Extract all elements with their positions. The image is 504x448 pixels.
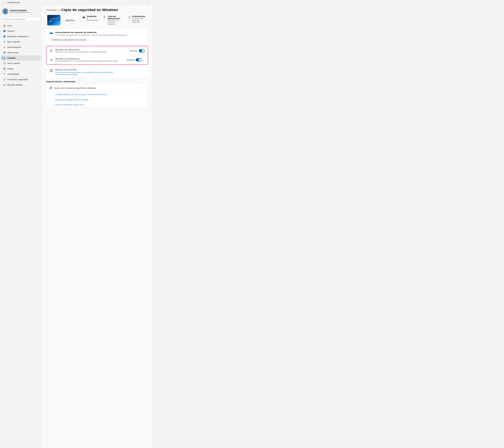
- apps-icon: [3, 51, 6, 54]
- maximize-button[interactable]: □: [138, 0, 144, 5]
- profile-avatar-image: [47, 15, 60, 25]
- toggle-prefs-switch[interactable]: [136, 58, 142, 61]
- profile-avatar: [47, 15, 60, 25]
- sidebar-item-accesibilidad[interactable]: Accesibilidad: [1, 71, 41, 77]
- sidebar-item-hora[interactable]: Hora e idioma: [1, 61, 41, 66]
- globe-icon: [50, 86, 53, 90]
- sidebar-item-sistema[interactable]: Sistema: [1, 29, 41, 34]
- profile-section: juanma OneDrive Sincronizando: [46, 15, 148, 25]
- sidebar-item-red[interactable]: Red e Internet: [1, 39, 41, 44]
- svg-point-31: [51, 86, 52, 89]
- privacy-link-acerca[interactable]: Acerca de esta configuración y tu privac…: [55, 71, 93, 73]
- profile-status-items: OneDrive Sincronizando: [82, 15, 147, 25]
- sidebar-item-juegos[interactable]: Juegos: [1, 66, 41, 71]
- support-header-left: Ayuda con la copia de seguridad en Windo…: [50, 86, 96, 90]
- lista-apps-title: Lista de aplicaciones: [108, 15, 123, 19]
- sidebar-item-bluetooth[interactable]: B Bluetooth y dispositivos: [1, 34, 41, 39]
- svg-rect-26: [50, 50, 52, 51]
- svg-rect-0: [3, 30, 5, 32]
- bluetooth-icon: B: [3, 35, 6, 38]
- privacy-card: Recursos de privacidad Acerca de esta co…: [46, 66, 148, 78]
- sidebar-item-aplicaciones[interactable]: Aplicaciones: [1, 50, 41, 55]
- support-link-copia[interactable]: Copia de seguridad y restauración: [46, 102, 148, 107]
- prefs-gear-icon: [50, 58, 53, 62]
- support-header-title: Ayuda con la copia de seguridad en Windo…: [54, 87, 96, 89]
- svg-point-18: [4, 73, 5, 74]
- support-links: Corregir problemas de sincronización de …: [46, 92, 148, 107]
- toggle-apps-label: Activado: [130, 50, 137, 52]
- privacy-link-declaracion[interactable]: Declaración de privacidad: [55, 73, 78, 75]
- system-icon: [3, 30, 6, 32]
- user-info: Juanma Delgado juanmatek@outlook.com: [10, 9, 30, 13]
- status-dot-green: [87, 18, 88, 19]
- user-section: 👤 Juanma Delgado juanmatek@outlook.com: [0, 7, 42, 17]
- sidebar-item-label: Bluetooth y dispositivos: [7, 35, 29, 37]
- preferencias-title: Preferencias: [132, 15, 147, 17]
- cloud-icon: [50, 32, 53, 35]
- svg-rect-8: [3, 53, 4, 53]
- sidebar-item-cuentas[interactable]: Cuentas: [1, 55, 41, 61]
- toggle-prefs-content: Recordar mis preferencias Acceda rápidam…: [55, 58, 125, 62]
- search-box[interactable]: 🔍: [1, 17, 40, 21]
- gaming-icon: [3, 68, 6, 70]
- avatar: 👤: [2, 8, 8, 15]
- support-link-favoritos[interactable]: Sincronizar favoritos de Microsoft Edge: [46, 97, 148, 102]
- svg-rect-7: [5, 52, 5, 52]
- status-onedrive: OneDrive Sincronizando: [82, 15, 98, 25]
- sidebar-item-label: Sistema: [7, 30, 15, 32]
- toggle-apps-desc: Obtener acceso rápido a sus aplicaciones…: [55, 51, 128, 53]
- status-onedrive-text: OneDrive Sincronizando: [87, 15, 98, 21]
- search-icon: 🔍: [3, 18, 5, 20]
- sidebar-item-personalizacion[interactable]: Personalización: [1, 45, 41, 50]
- accessibility-icon: [3, 73, 6, 75]
- svg-rect-25: [50, 50, 53, 50]
- toggle-apps-switch[interactable]: [139, 49, 145, 52]
- support-section-title: Soporte técnico relacionado: [46, 81, 148, 83]
- avatar-icon: 👤: [3, 9, 8, 14]
- lista-apps-subtitle: Se hizo una copia de seguridad: [108, 19, 123, 25]
- toggle-prefs-label: Activado: [127, 59, 134, 61]
- sidebar-item-inicio[interactable]: 🏠 Inicio: [1, 23, 41, 28]
- privacy-title: Recursos de privacidad: [55, 69, 113, 71]
- chevron-down-icon[interactable]: ⌄: [143, 59, 145, 61]
- list-icon: [103, 16, 106, 19]
- minimize-button[interactable]: —: [131, 0, 137, 5]
- support-header[interactable]: Ayuda con la copia de seguridad en Windo…: [46, 84, 148, 92]
- status-lista-apps: Lista de aplicaciones Se hizo una copia …: [103, 15, 123, 25]
- onedrive-subtitle: Sincronizando: [87, 17, 98, 21]
- privacy-separator-1: |: [94, 71, 95, 73]
- svg-text:B: B: [4, 36, 5, 37]
- privacy-link-panel[interactable]: Panel de privacidad: [95, 71, 112, 73]
- folder-icon: [82, 16, 86, 19]
- sidebar-item-windows-update[interactable]: Windows Update: [1, 82, 41, 87]
- toggle-prefs-desc: Acceda rápidamente a sus preferencias en…: [55, 60, 125, 62]
- status-lista-apps-text: Lista de aplicaciones Se hizo una copia …: [108, 15, 123, 25]
- search-input[interactable]: [6, 18, 39, 20]
- main-content: Cuentas > Copia de seguridad en Windows: [42, 5, 152, 448]
- apps-list-icon: [50, 49, 53, 52]
- svg-point-13: [4, 68, 5, 69]
- chevron-up-icon[interactable]: ⌃: [143, 87, 145, 89]
- sidebar-item-label: Accesibilidad: [7, 73, 19, 75]
- close-button[interactable]: ✕: [144, 0, 150, 5]
- sync-settings-button[interactable]: Administrar la configuración de sincroni…: [50, 38, 89, 42]
- sidebar: 👤 Juanma Delgado juanmatek@outlook.com 🔍…: [0, 5, 42, 448]
- user-email: juanmatek@outlook.com: [10, 11, 30, 13]
- onedrive-sync-text: Sincronización de carpetas de OneDrive L…: [55, 31, 127, 36]
- window-title: Configuración: [7, 1, 20, 3]
- sidebar-item-privacidad[interactable]: Privacidad y seguridad: [1, 77, 41, 82]
- update-icon: [3, 84, 6, 86]
- support-link-corregir[interactable]: Corregir problemas de sincronización de …: [46, 92, 148, 97]
- onedrive-sync-header: Sincronización de carpetas de OneDrive L…: [50, 31, 145, 36]
- toggle-apps-content: Recordar mis aplicaciones Obtener acceso…: [55, 49, 128, 53]
- sidebar-item-label: Privacidad y seguridad: [7, 78, 28, 81]
- back-button[interactable]: ←: [2, 1, 6, 4]
- svg-point-30: [50, 86, 52, 89]
- svg-rect-19: [47, 15, 60, 25]
- privacy-icon: [3, 78, 6, 81]
- toggle-apps-title: Recordar mis aplicaciones: [55, 49, 128, 51]
- user-name: Juanma Delgado: [10, 9, 30, 11]
- svg-point-10: [4, 57, 5, 58]
- support-card: Ayuda con la copia de seguridad en Windo…: [46, 84, 148, 107]
- sidebar-item-label: Hora e idioma: [7, 62, 20, 64]
